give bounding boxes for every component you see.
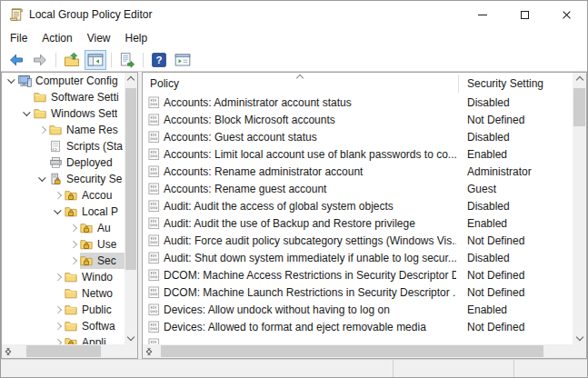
policy-setting-value: Guest — [467, 183, 496, 195]
expander-icon[interactable] — [67, 253, 80, 269]
policy-row[interactable]: Devices: Allow undock without having to … — [143, 302, 573, 319]
expander-icon[interactable] — [21, 105, 34, 122]
list-vscroll-thumb[interactable] — [573, 88, 585, 126]
tree-item-label: Scripts (Sta — [66, 140, 123, 153]
tree-item[interactable]: Computer Config — [2, 73, 125, 89]
toolbar-up-one-level-button[interactable] — [61, 50, 83, 70]
expander-icon[interactable] — [67, 236, 80, 253]
toolbar-show-hide-console-tree-button[interactable] — [85, 50, 106, 70]
expander-icon[interactable] — [36, 171, 49, 187]
tree-item[interactable]: Security Se — [2, 171, 125, 187]
column-header-policy[interactable]: Policy — [150, 77, 179, 90]
list-vertical-scrollbar[interactable] — [573, 73, 586, 344]
expander-icon[interactable] — [67, 220, 80, 236]
expander-icon[interactable] — [5, 73, 18, 89]
policy-row[interactable]: Accounts: Guest account status Disabled — [143, 129, 573, 146]
policy-row[interactable]: Accounts: Administrator account status D… — [143, 94, 573, 112]
tree-item[interactable]: Appli — [2, 334, 125, 344]
policy-row[interactable]: DCOM: Machine Launch Restrictions in Sec… — [143, 284, 573, 302]
tree-item[interactable]: Deployed — [2, 154, 125, 171]
tree-item[interactable]: Netwo — [2, 285, 125, 302]
menu-file[interactable]: File — [3, 30, 35, 46]
tree-item-label: Use — [97, 238, 116, 251]
scroll-up-button[interactable] — [573, 73, 586, 85]
policy-icon — [148, 303, 160, 316]
column-header-security-setting[interactable]: Security Setting — [467, 77, 543, 90]
scroll-up-button[interactable] — [125, 73, 137, 85]
tree-item-icon — [65, 287, 78, 301]
expander-icon[interactable] — [21, 89, 34, 105]
tree-item[interactable]: Softwa — [2, 318, 125, 334]
menu-view[interactable]: View — [80, 30, 118, 46]
list-hscroll-thumb[interactable] — [161, 345, 543, 357]
policy-icon — [148, 286, 160, 299]
policy-row[interactable]: Audit: Shut down system immediately if u… — [143, 250, 573, 267]
toolbar-forward-button[interactable] — [29, 50, 51, 70]
tree-item-icon — [49, 156, 63, 170]
help-icon: ? — [151, 52, 167, 68]
minimize-button[interactable] — [462, 1, 503, 28]
expander-icon[interactable] — [52, 269, 65, 285]
close-icon — [562, 10, 572, 20]
scroll-down-button[interactable] — [125, 332, 137, 344]
policy-icon — [148, 217, 160, 230]
tree-item[interactable]: Sec — [2, 253, 125, 269]
policy-row[interactable]: Audit: Force audit policy subcategory se… — [143, 233, 573, 250]
policy-row-partial[interactable] — [143, 336, 573, 344]
tree-item[interactable]: Windows Sett — [2, 105, 125, 122]
tree-item[interactable]: Accou — [2, 187, 125, 204]
toolbar-show-hide-action-pane-button[interactable] — [172, 50, 194, 70]
folder-icon — [65, 320, 77, 333]
list-horizontal-scrollbar[interactable] — [143, 344, 573, 358]
expander-icon[interactable] — [52, 204, 65, 220]
toolbar-back-button[interactable] — [5, 50, 27, 70]
policy-row[interactable]: DCOM: Machine Access Restrictions in Sec… — [143, 267, 573, 284]
tree-item[interactable]: Scripts (Sta — [2, 138, 125, 154]
chevron-right-icon — [4, 347, 11, 354]
folder-icon — [34, 91, 46, 104]
titlebar[interactable]: Local Group Policy Editor — [1, 1, 587, 28]
tree-item[interactable]: Au — [2, 220, 125, 236]
tree-item[interactable]: Public — [2, 302, 125, 318]
expander-icon[interactable] — [36, 138, 49, 154]
menu-action[interactable]: Action — [35, 30, 79, 46]
expander-icon[interactable] — [52, 285, 65, 302]
expander-icon[interactable] — [52, 334, 65, 344]
scroll-right-button[interactable] — [2, 344, 15, 358]
tree-item-label: Security Se — [66, 173, 122, 185]
close-button[interactable] — [545, 1, 587, 28]
expander-icon[interactable] — [52, 302, 65, 318]
policy-row[interactable]: Audit: Audit the access of global system… — [143, 198, 573, 215]
policy-icon — [148, 96, 160, 109]
policy-row[interactable]: Accounts: Block Microsoft accounts Not D… — [143, 112, 573, 129]
expander-icon[interactable] — [52, 318, 65, 334]
chevron-up-icon — [127, 76, 135, 84]
toolbar-help-button[interactable]: ? — [148, 50, 170, 70]
tree-item[interactable]: Software Setti — [2, 89, 125, 105]
expander-icon[interactable] — [52, 187, 65, 204]
tree-item[interactable]: Use — [2, 236, 125, 253]
menu-help[interactable]: Help — [118, 30, 155, 46]
scroll-right-button[interactable] — [143, 344, 155, 358]
tree-hscroll-thumb[interactable] — [26, 345, 101, 357]
policy-row[interactable]: Devices: Allowed to format and eject rem… — [143, 319, 573, 336]
column-divider[interactable] — [458, 75, 459, 93]
chevron-down-icon — [575, 333, 583, 341]
policy-row[interactable]: Accounts: Rename guest account Guest — [143, 181, 573, 198]
policy-row[interactable]: Accounts: Rename administrator account A… — [143, 164, 573, 181]
tree-horizontal-scrollbar[interactable] — [2, 344, 125, 358]
tree-item[interactable]: Windo — [2, 269, 125, 285]
expander-icon[interactable] — [36, 154, 49, 171]
policy-row[interactable]: Audit: Audit the use of Backup and Resto… — [143, 215, 573, 233]
toolbar-export-list-button[interactable] — [116, 50, 138, 70]
expander-icon[interactable] — [36, 122, 49, 138]
policy-row[interactable]: Accounts: Limit local account use of bla… — [143, 146, 573, 164]
tree-item[interactable]: Local P — [2, 204, 125, 220]
tree-vertical-scrollbar[interactable] — [125, 73, 137, 344]
scroll-down-button[interactable] — [573, 332, 586, 344]
policy-name: Audit: Audit the use of Backup and Resto… — [164, 217, 456, 230]
forward-arrow-icon — [32, 52, 48, 68]
tree-item[interactable]: Name Res — [2, 122, 125, 138]
maximize-button[interactable] — [503, 1, 545, 28]
tree-vscroll-thumb[interactable] — [125, 88, 136, 270]
